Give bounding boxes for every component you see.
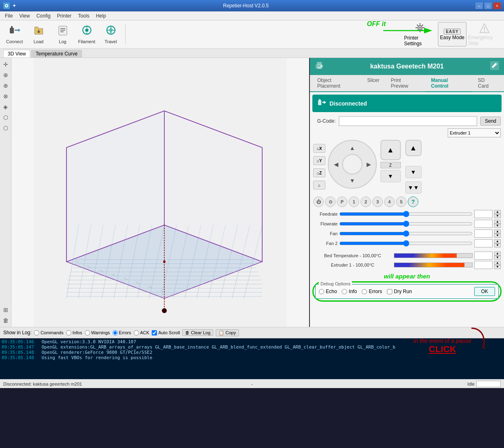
fan2-value[interactable]: 100 — [474, 239, 493, 247]
fan-value[interactable]: 100 — [474, 230, 493, 238]
fan2-down[interactable]: ▼ — [494, 243, 501, 247]
btn-1[interactable]: 1 — [349, 196, 359, 207]
log-button[interactable]: Log — [51, 22, 74, 46]
menu-help[interactable]: Help — [93, 12, 109, 20]
connect-button[interactable]: Connect — [3, 22, 26, 46]
status-input[interactable] — [476, 381, 501, 387]
left-btn-cube1[interactable]: ⬡ — [1, 113, 11, 122]
help-btn[interactable]: ? — [408, 196, 418, 207]
tab-object-placement[interactable]: Object Placement — [312, 75, 361, 92]
fan-btn[interactable]: ⊙ — [325, 196, 336, 207]
printer-edit-icon[interactable] — [490, 61, 499, 72]
extruder-temp-down[interactable]: ▼ — [494, 265, 501, 269]
clear-log-button[interactable]: 🗑 Clear Log — [182, 329, 213, 336]
minimize-button[interactable]: – — [475, 2, 483, 9]
bed-temp-up[interactable]: ▲ — [494, 252, 501, 256]
joystick-down[interactable]: ▼ — [347, 175, 358, 186]
log-infos-option[interactable]: Infos — [66, 330, 82, 335]
btn-2[interactable]: 2 — [360, 196, 371, 207]
btn-3[interactable]: 3 — [372, 196, 383, 207]
p-btn[interactable]: P — [337, 196, 347, 207]
left-btn-3d[interactable]: ◈ — [1, 102, 11, 112]
load-button[interactable]: Load — [27, 22, 50, 46]
tab-temperature-curve[interactable]: Temperature Curve — [31, 50, 82, 57]
fan-up[interactable]: ▲ — [494, 230, 501, 234]
menu-file[interactable]: File — [2, 12, 16, 20]
left-btn-delete[interactable]: 🗑 — [1, 316, 11, 325]
send-button[interactable]: Send — [480, 117, 501, 126]
log-area[interactable]: 09:35:05.146 OpenGL version:3.3.0 NVIDIA… — [0, 338, 504, 379]
tab-print-preview[interactable]: Print Preview — [385, 75, 425, 92]
tab-manual-control[interactable]: Manual Control — [425, 75, 472, 92]
gcode-input[interactable] — [339, 116, 477, 126]
extruder-selector[interactable]: Extruder 1 Extruder 2 — [448, 128, 501, 137]
fan2-up[interactable]: ▲ — [494, 239, 501, 243]
log-autoscroll-option[interactable]: Auto Scroll — [152, 330, 180, 335]
log-commands-option[interactable]: Commands — [34, 330, 63, 335]
flowrate-value[interactable]: 100 — [474, 220, 493, 228]
tab-sd-card[interactable]: SD Card — [472, 75, 502, 92]
menu-config[interactable]: Config — [33, 12, 54, 20]
menu-printer[interactable]: Printer — [54, 12, 75, 20]
flowrate-down[interactable]: ▼ — [494, 224, 501, 228]
tab-slicer[interactable]: Slicer — [361, 75, 385, 92]
joystick-up[interactable]: ▲ — [347, 142, 358, 154]
tab-3d-view[interactable]: 3D View — [3, 50, 30, 57]
extra-up-btn[interactable]: ▲ — [405, 140, 422, 156]
fan2-slider[interactable] — [339, 241, 473, 246]
debug-ok-button[interactable]: OK — [474, 287, 495, 296]
feedrate-slider[interactable] — [339, 211, 473, 217]
extruder-temp-up[interactable]: ▲ — [494, 261, 501, 265]
left-btn-zoom-in[interactable]: ⊕ — [1, 81, 11, 90]
left-btn-layers[interactable]: ⊞ — [1, 305, 11, 315]
z-up-btn[interactable]: ▲ — [380, 140, 401, 160]
left-btn-move[interactable]: ✛ — [1, 60, 11, 69]
feedrate-down[interactable]: ▼ — [494, 214, 501, 218]
filament-button[interactable]: Filament — [75, 22, 98, 46]
home-x-btn[interactable]: ⌂X — [313, 144, 325, 153]
flowrate-up[interactable]: ▲ — [494, 220, 501, 224]
copy-button[interactable]: 📋 Copy — [216, 329, 239, 336]
menu-view[interactable]: View — [16, 12, 33, 20]
travel-button[interactable]: Travel — [99, 22, 122, 46]
log-warnings-option[interactable]: Warnings — [85, 330, 110, 335]
feedrate-value[interactable]: 100 — [474, 210, 493, 218]
menu-tools[interactable]: Tools — [75, 12, 93, 20]
joystick-right[interactable]: ▶ — [363, 159, 374, 170]
left-btn-cube2[interactable]: ⬡ — [1, 123, 11, 133]
home-z-btn[interactable]: ⌂Z — [313, 168, 325, 177]
feedrate-up[interactable]: ▲ — [494, 210, 501, 214]
extruder-temp-value[interactable]: 200 — [474, 261, 493, 269]
left-btn-zoom-out[interactable]: ⊗ — [1, 91, 11, 101]
joystick-left[interactable]: ◀ — [330, 159, 342, 170]
extra-down-btn[interactable]: ▼ — [405, 166, 422, 178]
btn-4[interactable]: 4 — [384, 196, 395, 207]
debug-dry-run[interactable]: Dry Run — [387, 289, 412, 294]
z-down-btn[interactable]: ▼ — [380, 170, 401, 182]
debug-echo[interactable]: Echo — [319, 289, 337, 294]
fan-down[interactable]: ▼ — [494, 234, 501, 238]
fan-slider[interactable] — [339, 231, 473, 236]
debug-errors[interactable]: Errors — [362, 289, 382, 294]
left-btn-pan[interactable]: ⊕ — [1, 70, 11, 80]
printer-settings-button[interactable]: Printer Settings — [404, 22, 436, 46]
home-y-btn[interactable]: ⌂Y — [313, 156, 325, 165]
canvas[interactable] — [11, 58, 309, 327]
log-ack-option[interactable]: ACK — [134, 330, 150, 335]
bed-temp-value[interactable]: 55 — [474, 252, 493, 260]
maximize-button[interactable]: □ — [484, 2, 492, 9]
power-btn[interactable]: ⏻ — [313, 196, 324, 207]
flowrate-slider[interactable] — [339, 221, 473, 227]
extruder-temp-row: Extruder 1 - 100,00°C 200 ▲ ▼ — [313, 261, 501, 269]
joystick[interactable]: ▲ ▼ ◀ ▶ — [328, 140, 377, 189]
extra-down2-btn[interactable]: ▼▼ — [405, 181, 422, 194]
close-button[interactable]: × — [493, 2, 501, 9]
travel-label: Travel — [104, 39, 117, 44]
easy-mode-button[interactable]: EASY Easy Mode — [438, 22, 466, 46]
debug-info[interactable]: Info — [342, 289, 357, 294]
home-all-btn[interactable]: ⌂ — [313, 181, 325, 190]
btn-5[interactable]: 5 — [396, 196, 407, 207]
emergency-stop-button[interactable]: Emergency Stop — [468, 22, 501, 46]
log-errors-option[interactable]: Errors — [113, 330, 131, 335]
bed-temp-down[interactable]: ▼ — [494, 256, 501, 260]
